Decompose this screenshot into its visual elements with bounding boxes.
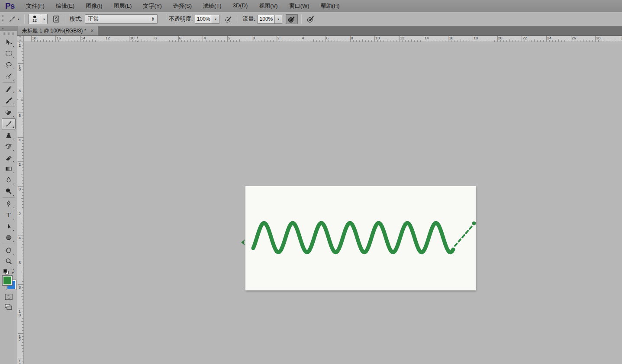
pen-tool[interactable] — [2, 198, 16, 209]
options-bar-grip[interactable] — [1, 14, 4, 24]
flyout-indicator — [13, 92, 14, 93]
history-brush-tool[interactable] — [2, 141, 16, 152]
eyedropper-tool[interactable] — [2, 94, 16, 106]
flyout-indicator — [13, 138, 14, 139]
canvas[interactable] — [245, 186, 476, 290]
tools-panel: » — [0, 26, 17, 364]
flyout-indicator — [13, 68, 14, 69]
brush-picker[interactable]: 12 ▾ — [28, 14, 48, 24]
ruler-label: 18 — [32, 36, 36, 40]
menu-item-select[interactable]: 选择(S) — [168, 2, 197, 10]
menu-item-edit[interactable]: 编辑(E) — [50, 2, 80, 10]
default-colors-icon[interactable] — [3, 269, 7, 273]
blend-mode-select[interactable]: 正常 ▲▼ — [85, 14, 158, 24]
opacity-value: 100% — [197, 16, 210, 22]
eraser-tool[interactable] — [2, 152, 16, 163]
toggle-brush-panel-button[interactable] — [51, 14, 61, 24]
photoshop-logo: Ps — [0, 1, 20, 11]
brush-picker-dropdown[interactable]: ▾ — [41, 14, 48, 24]
ruler-label: 8 — [19, 286, 21, 289]
crop-tool[interactable] — [2, 83, 16, 94]
brush-tool[interactable] — [2, 118, 16, 129]
tablet-opacity-button[interactable] — [223, 14, 234, 24]
ruler-label: 6 — [19, 114, 21, 117]
zoom-tool[interactable] — [2, 256, 16, 267]
menu-item-view[interactable]: 视图(V) — [253, 2, 283, 10]
blend-mode-value: 正常 — [88, 15, 99, 23]
ruler-label: 12 — [106, 36, 110, 40]
menu-item-file[interactable]: 文件(F) — [20, 2, 50, 10]
document-tab[interactable]: 未标题-1 @ 100%(RGB/8) * × — [17, 26, 98, 35]
tool-group-separator — [3, 106, 15, 106]
opacity-input[interactable]: 100% — [195, 15, 212, 24]
screen-mode-button[interactable] — [3, 303, 14, 311]
flyout-indicator — [13, 194, 14, 196]
flow-input[interactable]: 100% — [258, 15, 275, 24]
ruler-label: 24 — [547, 36, 551, 40]
menu-item-image[interactable]: 图像(I) — [80, 2, 108, 10]
ruler-label: 4 — [203, 36, 206, 40]
blur-tool[interactable] — [2, 174, 16, 186]
ruler-label: 0 — [19, 187, 21, 191]
ruler-label: 10 — [130, 36, 134, 40]
document-viewport[interactable] — [24, 42, 622, 364]
ruler-cursor-indicator — [17, 100, 24, 100]
menu-item-3d[interactable]: 3D(D) — [227, 2, 254, 9]
mode-label: 模式: — [70, 15, 83, 23]
quick-mask-button[interactable] — [3, 293, 14, 301]
tool-options-bar: ▾ 12 ▾ 模式: 正常 ▲▼ 不透明度: 100% ▾ — [0, 12, 622, 26]
spot-healing-brush-tool[interactable] — [2, 107, 16, 118]
ruler-label: 2 — [19, 163, 21, 166]
tablet-size-button[interactable] — [305, 14, 316, 24]
ruler-cursor-indicator — [137, 36, 138, 42]
menu-bar: Ps 文件(F)编辑(E)图像(I)图层(L)文字(Y)选择(S)滤镜(T)3D… — [0, 0, 622, 12]
horizontal-ruler-ticks: 1816141210864202468101214161820222426283… — [24, 36, 622, 42]
vertical-ruler[interactable]: 1 21 08642024681 01 21 4 — [17, 42, 24, 364]
menu-item-filter[interactable]: 滤镜(T) — [197, 2, 227, 10]
airbrush-icon — [287, 15, 296, 23]
ruler-label: 8 — [351, 36, 353, 40]
opacity-dropdown[interactable]: ▾ — [212, 15, 219, 24]
path-selection-tool[interactable] — [2, 221, 16, 232]
menu-item-help[interactable]: 帮助(H) — [315, 2, 345, 10]
collapse-tools-button[interactable]: » — [0, 26, 17, 31]
move-tool[interactable] — [2, 37, 16, 48]
ruler-label: 2 — [228, 36, 230, 40]
flyout-indicator — [13, 172, 14, 173]
menu-item-window[interactable]: 窗口(W) — [284, 2, 315, 10]
brush-preset-icon — [8, 15, 16, 23]
ruler-label: 16 — [56, 36, 61, 40]
ruler-label: 14 — [425, 36, 429, 40]
pressure-opacity-icon — [224, 15, 233, 23]
rectangular-marquee-tool[interactable] — [2, 48, 16, 59]
chevron-down-icon: ▾ — [43, 17, 45, 21]
tool-preset-picker[interactable]: ▾ — [6, 14, 21, 24]
dodge-tool[interactable] — [2, 186, 16, 197]
flow-dropdown[interactable]: ▾ — [275, 15, 282, 24]
flyout-indicator — [13, 229, 14, 231]
hand-tool[interactable] — [2, 245, 16, 256]
ruler-label: 10 — [375, 36, 380, 40]
type-tool[interactable]: T — [2, 209, 16, 221]
swap-colors-icon[interactable]: ⤸ — [12, 268, 15, 274]
clone-stamp-tool[interactable] — [2, 129, 16, 141]
ruler-label: 6 — [179, 36, 181, 40]
flyout-indicator — [13, 161, 14, 162]
shape-tool[interactable] — [2, 232, 16, 243]
menu-item-layer[interactable]: 图层(L) — [108, 2, 137, 10]
flyout-indicator — [13, 45, 14, 47]
menu-items: 文件(F)编辑(E)图像(I)图层(L)文字(Y)选择(S)滤镜(T)3D(D)… — [20, 2, 345, 10]
gradient-tool[interactable] — [2, 163, 16, 174]
tools-panel-grip[interactable] — [3, 32, 14, 35]
menu-item-type[interactable]: 文字(Y) — [137, 2, 167, 10]
airbrush-button[interactable] — [286, 14, 298, 24]
close-tab-icon[interactable]: × — [90, 28, 93, 34]
flyout-indicator — [13, 79, 14, 81]
ruler-label: 2 — [19, 212, 21, 216]
tool-group-separator — [3, 197, 15, 198]
brush-preview[interactable]: 12 — [28, 14, 41, 24]
horizontal-ruler[interactable]: 1816141210864202468101214161820222426283… — [17, 36, 622, 42]
quick-selection-tool[interactable] — [2, 71, 16, 82]
lasso-tool[interactable] — [2, 59, 16, 71]
foreground-color-swatch[interactable] — [3, 276, 12, 285]
